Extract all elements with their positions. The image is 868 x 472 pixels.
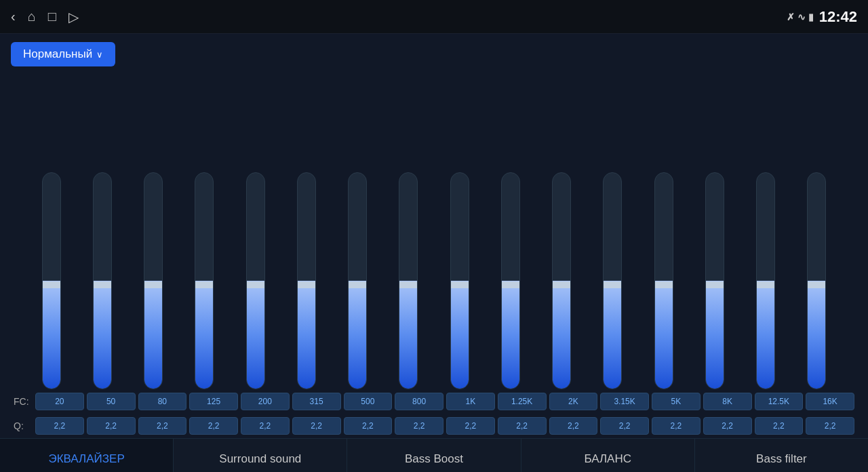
slider-wrapper-4	[231, 172, 279, 389]
slider-handle-8[interactable]	[450, 281, 469, 288]
q-button-2[interactable]: 2,2	[138, 417, 187, 435]
slider-track-1[interactable]	[93, 172, 112, 389]
q-button-3[interactable]: 2,2	[189, 417, 238, 435]
home-icon[interactable]: ⌂	[28, 9, 36, 24]
battery-icon: ▮	[808, 12, 814, 22]
slider-handle-9[interactable]	[501, 281, 520, 288]
slider-fill-0	[43, 281, 60, 389]
fc-button-15[interactable]: 16K	[806, 393, 854, 410]
slider-wrapper-14	[742, 172, 790, 389]
q-buttons: 2,22,22,22,22,22,22,22,22,22,22,22,22,22…	[35, 417, 854, 435]
slider-track-7[interactable]	[399, 172, 418, 389]
slider-fill-6	[349, 281, 366, 389]
slider-fill-7	[399, 281, 417, 389]
fc-button-14[interactable]: 12.5K	[755, 393, 804, 410]
tab-bassfilter[interactable]: Bass filter	[695, 439, 868, 472]
screen-icon[interactable]: □	[48, 9, 56, 24]
slider-fill-2	[144, 281, 162, 389]
fc-button-13[interactable]: 8K	[703, 393, 752, 410]
slider-handle-15[interactable]	[807, 281, 826, 288]
tab-surround[interactable]: Surround sound	[174, 439, 347, 472]
tab-equalizer[interactable]: ЭКВАЛАЙЗЕР	[0, 439, 174, 472]
fc-button-0[interactable]: 20	[35, 393, 84, 410]
q-button-15[interactable]: 2,2	[806, 417, 854, 435]
slider-handle-4[interactable]	[246, 281, 265, 288]
q-button-6[interactable]: 2,2	[344, 417, 393, 435]
fc-button-4[interactable]: 200	[241, 393, 290, 410]
slider-track-4[interactable]	[246, 172, 265, 389]
fc-button-11[interactable]: 3.15K	[600, 393, 649, 410]
q-button-4[interactable]: 2,2	[241, 417, 290, 435]
slider-wrapper-1	[78, 172, 126, 389]
slider-handle-13[interactable]	[705, 281, 724, 288]
q-button-8[interactable]: 2,2	[446, 417, 495, 435]
sliders-container	[7, 72, 861, 389]
fc-button-8[interactable]: 1K	[446, 393, 495, 410]
main-area: Нормальный ∨ FC: 2050801252003155008001K…	[0, 34, 868, 438]
slider-track-14[interactable]	[756, 172, 775, 389]
q-button-13[interactable]: 2,2	[703, 417, 752, 435]
slider-fill-5	[298, 281, 315, 389]
q-button-10[interactable]: 2,2	[549, 417, 598, 435]
slider-handle-12[interactable]	[654, 281, 673, 288]
slider-handle-7[interactable]	[399, 281, 418, 288]
slider-wrapper-10	[538, 172, 586, 389]
slider-track-5[interactable]	[297, 172, 316, 389]
slider-track-2[interactable]	[144, 172, 163, 389]
flag-icon[interactable]: ▷	[68, 9, 79, 25]
fc-button-10[interactable]: 2K	[549, 393, 598, 410]
slider-handle-10[interactable]	[552, 281, 571, 288]
fc-button-2[interactable]: 80	[138, 393, 187, 410]
slider-track-8[interactable]	[450, 172, 469, 389]
fc-button-12[interactable]: 5K	[652, 393, 701, 410]
q-button-5[interactable]: 2,2	[292, 417, 341, 435]
slider-handle-1[interactable]	[93, 281, 112, 288]
slider-wrapper-7	[384, 172, 433, 389]
slider-handle-14[interactable]	[756, 281, 775, 288]
slider-fill-1	[94, 281, 111, 389]
slider-track-9[interactable]	[501, 172, 520, 389]
slider-wrapper-9	[486, 172, 534, 389]
q-button-7[interactable]: 2,2	[395, 417, 443, 435]
slider-handle-2[interactable]	[144, 281, 163, 288]
slider-track-10[interactable]	[552, 172, 571, 389]
tab-bassboost[interactable]: Bass Boost	[347, 439, 521, 472]
q-button-11[interactable]: 2,2	[600, 417, 649, 435]
fc-button-9[interactable]: 1.25K	[498, 393, 547, 410]
q-button-0[interactable]: 2,2	[35, 417, 84, 435]
q-button-14[interactable]: 2,2	[755, 417, 804, 435]
slider-wrapper-15	[793, 172, 841, 389]
slider-wrapper-8	[435, 172, 484, 389]
top-controls: Нормальный ∨	[0, 34, 868, 72]
slider-track-12[interactable]	[654, 172, 673, 389]
fc-button-3[interactable]: 125	[189, 393, 238, 410]
slider-handle-0[interactable]	[42, 281, 61, 288]
slider-track-11[interactable]	[603, 172, 622, 389]
tab-balance[interactable]: БАЛАНС	[521, 439, 695, 472]
slider-wrapper-5	[282, 172, 330, 389]
q-label: Q:	[14, 420, 35, 431]
slider-wrapper-12	[639, 172, 688, 389]
fc-button-7[interactable]: 800	[395, 393, 443, 410]
slider-track-3[interactable]	[195, 172, 214, 389]
slider-track-6[interactable]	[348, 172, 367, 389]
slider-track-15[interactable]	[807, 172, 826, 389]
status-icons: ✗ ∿ ▮	[787, 12, 814, 22]
slider-fill-14	[757, 281, 774, 389]
fc-button-5[interactable]: 315	[292, 393, 341, 410]
fc-button-1[interactable]: 50	[87, 393, 136, 410]
slider-fill-8	[451, 281, 469, 389]
back-icon[interactable]: ‹	[11, 9, 16, 24]
q-button-1[interactable]: 2,2	[87, 417, 136, 435]
fc-button-6[interactable]: 500	[344, 393, 393, 410]
slider-handle-6[interactable]	[348, 281, 367, 288]
q-button-9[interactable]: 2,2	[498, 417, 547, 435]
slider-handle-5[interactable]	[297, 281, 316, 288]
slider-wrapper-13	[690, 172, 738, 389]
slider-handle-11[interactable]	[603, 281, 622, 288]
slider-track-0[interactable]	[42, 172, 61, 389]
slider-handle-3[interactable]	[195, 281, 214, 288]
q-button-12[interactable]: 2,2	[652, 417, 701, 435]
preset-button[interactable]: Нормальный ∨	[11, 42, 115, 66]
slider-track-13[interactable]	[705, 172, 724, 389]
